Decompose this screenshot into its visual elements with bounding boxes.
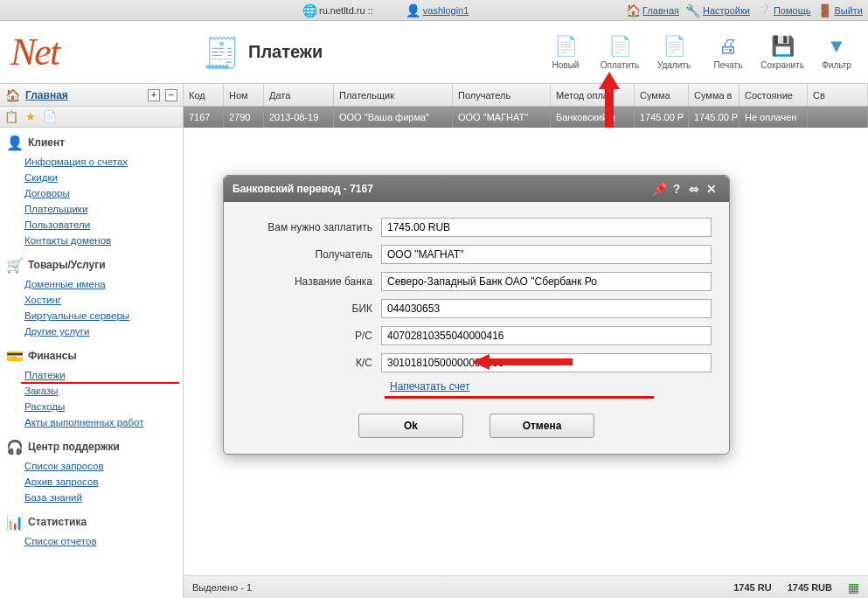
group-title: Финансы — [28, 350, 77, 362]
doc-pay-icon: 📄 — [608, 34, 632, 59]
sidebar-item-link[interactable]: Скидки — [24, 172, 58, 183]
sidebar-item-link[interactable]: Договоры — [24, 188, 70, 198]
col-receiver[interactable]: Получатель — [453, 84, 551, 106]
input-bank[interactable] — [381, 272, 712, 291]
sidebar-item-link[interactable]: Расходы — [24, 401, 65, 412]
filter-button[interactable]: ▼Фильтр — [816, 34, 858, 70]
export-excel-icon[interactable]: ▦ — [848, 581, 859, 595]
close-icon[interactable]: ✕ — [703, 180, 720, 198]
sidebar-item-link[interactable]: Контакты доменов — [24, 235, 111, 246]
input-ks[interactable] — [381, 353, 712, 372]
sidebar-item[interactable]: Список отчетов — [24, 533, 183, 549]
sidebar-item[interactable]: Платежи — [24, 367, 183, 383]
ok-button[interactable]: Ok — [358, 414, 463, 438]
col-state[interactable]: Состояние — [740, 84, 808, 106]
dialog-title: Банковский перевод - 7167 — [233, 183, 373, 195]
sidebar-item[interactable]: Архив запросов — [24, 474, 183, 490]
cell-method: Банковский п — [551, 107, 635, 128]
col-code[interactable]: Код — [184, 84, 224, 106]
sidebar-item-link[interactable]: Виртуальные серверы — [24, 310, 129, 321]
input-to-pay[interactable] — [381, 218, 712, 237]
sidebar-item-link[interactable]: Архив запросов — [24, 476, 99, 487]
sidebar-item[interactable]: База знаний — [24, 490, 183, 505]
help-icon: ❔ — [757, 3, 771, 17]
sidebar-item-link[interactable]: Плательщики — [24, 204, 87, 214]
sidebar-item[interactable]: Список запросов — [24, 458, 183, 474]
nav-exit-link[interactable]: Выйти — [834, 5, 863, 16]
sidebar-item-link[interactable]: Заказы — [24, 386, 58, 396]
sidebar-item[interactable]: Пользователи — [24, 217, 183, 233]
sidebar-group-header[interactable]: 👤Клиент — [0, 131, 183, 154]
col-payer[interactable]: Плательщик — [334, 84, 453, 106]
sidebar-item-link[interactable]: Другие услуги — [24, 326, 89, 337]
help-icon[interactable]: ? — [668, 180, 685, 198]
home-icon: 🏠 — [5, 88, 20, 102]
cancel-button[interactable]: Отмена — [490, 414, 594, 438]
col-sum[interactable]: Сумма — [635, 84, 689, 106]
sidebar-item-link[interactable]: Доменные имена — [24, 279, 106, 289]
sidebar-item[interactable]: Хостинг — [24, 292, 183, 308]
sidebar-item[interactable]: Расходы — [24, 399, 183, 414]
resize-icon[interactable]: ⇔ — [685, 180, 703, 198]
table-row[interactable]: 7167 2790 2013-08-19 ООО "Ваша фирма" ОО… — [184, 107, 868, 128]
sidebar-item-link[interactable]: Пользователи — [24, 219, 90, 230]
print-button[interactable]: 🖨Печать — [707, 34, 749, 70]
nav-help[interactable]: ❔Помощь — [757, 3, 811, 17]
nav-home[interactable]: 🏠Главная — [626, 3, 679, 17]
nav-settings-link[interactable]: Настройки — [703, 5, 750, 16]
sidebar-item[interactable]: Контакты доменов — [24, 233, 183, 248]
col-method[interactable]: Метод опла — [551, 84, 635, 106]
sidebar-item-link[interactable]: Хостинг — [24, 295, 61, 305]
sidebar-home-link[interactable]: Главная — [25, 89, 68, 101]
sidebar: 🏠 Главная + − 📋 ★ 📄 👤КлиентИнформация о … — [0, 84, 184, 598]
dialog-titlebar[interactable]: Банковский перевод - 7167 📌 ? ⇔ ✕ — [224, 176, 729, 202]
pin-icon[interactable]: 📌 — [650, 180, 668, 198]
sb-star-icon[interactable]: ★ — [23, 109, 38, 125]
cell-payer: ООО "Ваша фирма" — [334, 107, 453, 128]
status-sum1: 1745 RU — [733, 582, 771, 593]
input-rs[interactable] — [381, 326, 712, 345]
sidebar-item[interactable]: Договоры — [24, 185, 183, 201]
delete-button[interactable]: 📄Удалить — [653, 34, 695, 70]
input-bik[interactable] — [381, 299, 712, 318]
nav-settings[interactable]: 🔧Настройки — [686, 3, 750, 17]
sidebar-group-header[interactable]: 💳Финансы — [0, 344, 183, 367]
sidebar-item[interactable]: Акты выполненных работ — [24, 414, 183, 430]
user-link[interactable]: vashlogin1 — [423, 5, 469, 16]
nav-help-link[interactable]: Помощь — [774, 5, 811, 16]
settings-icon: 🔧 — [686, 3, 700, 17]
sidebar-item-link[interactable]: Список запросов — [24, 461, 104, 471]
sidebar-item[interactable]: Скидки — [24, 170, 183, 185]
sidebar-item[interactable]: Другие услуги — [24, 323, 183, 339]
sidebar-item-link[interactable]: Акты выполненных работ — [24, 417, 143, 428]
nav-exit[interactable]: 🚪Выйти — [817, 3, 863, 17]
pay-button[interactable]: 📄Оплатить — [599, 34, 641, 70]
expand-all-button[interactable]: + — [148, 89, 160, 101]
save-button[interactable]: 💾Сохранить — [761, 34, 803, 70]
col-sumv[interactable]: Сумма в — [689, 84, 740, 106]
sidebar-item[interactable]: Информация о счетах — [24, 154, 183, 170]
sidebar-item-link[interactable]: База знаний — [24, 492, 82, 503]
col-num[interactable]: Ном — [224, 84, 264, 106]
col-c[interactable]: Св — [808, 84, 868, 106]
sidebar-group-header[interactable]: 🛒Товары/Услуги — [0, 254, 183, 276]
sidebar-group-header[interactable]: 🎧Центр поддержки — [0, 435, 183, 458]
col-date[interactable]: Дата — [264, 84, 334, 106]
sidebar-item-link[interactable]: Платежи — [24, 370, 66, 380]
collapse-all-button[interactable]: − — [165, 89, 177, 101]
sidebar-group-header[interactable]: 📊Статистика — [0, 511, 183, 533]
new-button[interactable]: 📄Новый — [545, 34, 587, 70]
user-label: 👤 vashlogin1 — [406, 3, 469, 17]
sidebar-item[interactable]: Доменные имена — [24, 276, 183, 292]
input-receiver[interactable] — [381, 245, 712, 264]
sidebar-item-link[interactable]: Информация о счетах — [24, 156, 128, 167]
sb-page-icon[interactable]: 📄 — [42, 109, 58, 125]
sidebar-item[interactable]: Плательщики — [24, 201, 183, 217]
sidebar-item[interactable]: Виртуальные серверы — [24, 308, 183, 323]
sidebar-item-link[interactable]: Список отчетов — [24, 536, 97, 546]
print-invoice-link[interactable]: Напечатать счет — [390, 380, 470, 393]
lbl-bank: Название банка — [241, 275, 381, 288]
sidebar-item[interactable]: Заказы — [24, 383, 183, 399]
nav-home-link[interactable]: Главная — [642, 5, 679, 16]
sb-docs-icon[interactable]: 📋 — [3, 109, 19, 125]
